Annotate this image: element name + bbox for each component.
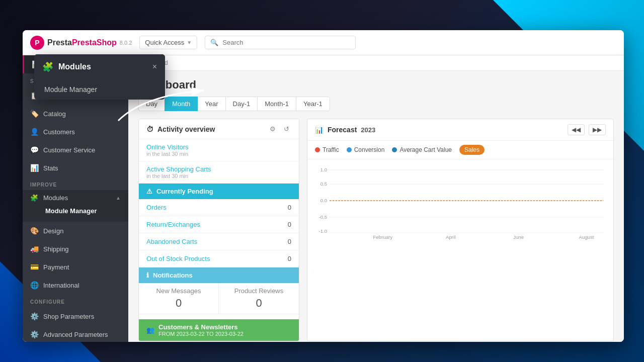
sidebar-group-modules[interactable]: 🧩 Modules ▲ Module Manager — [23, 190, 128, 222]
design-icon: 🎨 — [30, 227, 38, 235]
sidebar-item-label: Advanced Parameters — [43, 331, 108, 338]
forecast-panel: 📊 Forecast 2023 ◀◀ ▶▶ Traffic — [307, 119, 614, 341]
search-icon: 🔍 — [210, 39, 218, 46]
modules-label: Modules — [43, 194, 68, 202]
product-reviews-label: Product Reviews — [234, 287, 284, 295]
new-messages-cell: New Messages 0 — [139, 283, 219, 314]
sidebar-item-international[interactable]: 🌐 International — [23, 276, 128, 294]
pending-carts: Abandoned Carts 0 — [139, 233, 299, 250]
modules-group-header: 🧩 Modules ▲ — [30, 194, 121, 202]
search-input[interactable] — [222, 39, 350, 46]
pending-returns-value: 0 — [288, 221, 291, 228]
chart-icon: 📊 — [315, 126, 324, 134]
svg-text:-1.0: -1.0 — [318, 228, 327, 234]
modules-header-left: 🧩 Modules — [30, 194, 68, 202]
legend-conversion: Conversion — [347, 145, 385, 155]
version-badge: 8.0.2 — [120, 40, 132, 46]
pending-orders: Orders 0 — [139, 199, 299, 216]
sidebar-item-label: Payment — [43, 263, 69, 271]
logo: P PrestaPrestaShop 8.0.2 — [30, 36, 132, 50]
avg-cart-label: Average Cart Value — [399, 146, 452, 153]
next-button[interactable]: ▶▶ — [589, 124, 606, 135]
sidebar-item-catalog[interactable]: 🏷️ Catalog — [23, 105, 128, 123]
pending-returns-label: Return/Exchanges — [146, 221, 200, 228]
modules-popup-title: 🧩 Modules — [42, 61, 91, 72]
avg-cart-dot — [392, 147, 397, 152]
page-header: Dashboard — [128, 71, 624, 97]
sidebar-item-label: International — [43, 282, 79, 289]
pending-orders-value: 0 — [288, 204, 291, 211]
sidebar-item-shop-parameters[interactable]: ⚙️ Shop Parameters — [23, 307, 128, 325]
svg-text:0.0: 0.0 — [320, 198, 327, 203]
logo-text: PrestaPrestaShop — [47, 38, 117, 47]
dashboard-grid: ⏱ Activity overview ⚙ ↺ Online Visitors … — [128, 119, 624, 341]
chart-area: 1.0 0.5 0.0 -0.5 -1.0 — [307, 159, 613, 245]
svg-text:0.5: 0.5 — [320, 181, 327, 187]
pending-orders-label: Orders — [146, 204, 167, 211]
puzzle-icon: 🧩 — [42, 61, 53, 72]
sidebar-sub-module-manager[interactable]: Module Manager — [45, 204, 121, 218]
quick-access-label: Quick Access — [145, 39, 184, 46]
breadcrumb: Dashboard — [128, 55, 624, 71]
tab-year-1[interactable]: Year-1 — [296, 97, 330, 111]
online-visitors-row: Online Visitors in the last 30 min — [139, 139, 299, 161]
sidebar-item-payment[interactable]: 💳 Payment — [23, 258, 128, 276]
tab-day-1[interactable]: Day-1 — [225, 97, 258, 111]
sidebar-item-label: Customer Service — [43, 146, 95, 154]
chevron-up-icon: ▲ — [116, 195, 121, 201]
active-carts-label: Active Shopping Carts — [146, 165, 291, 173]
international-icon: 🌐 — [30, 281, 38, 289]
legend-avg-cart: Average Cart Value — [392, 145, 452, 155]
pending-carts-value: 0 — [288, 238, 291, 245]
legend-traffic: Traffic — [315, 145, 339, 155]
svg-text:-0.5: -0.5 — [318, 214, 327, 220]
online-visitors-label: Online Visitors — [146, 143, 291, 151]
pending-icon: ⚠ — [146, 188, 152, 195]
modules-submenu: Module Manager — [30, 202, 121, 218]
modules-popup: 🧩 Modules × Module Manager — [34, 54, 165, 100]
modules-popup-module-manager[interactable]: Module Manager — [34, 79, 165, 100]
tab-year[interactable]: Year — [197, 97, 225, 111]
sidebar-item-label: Shipping — [43, 245, 69, 253]
logo-icon: P — [30, 36, 44, 50]
activity-overview-panel: ⏱ Activity overview ⚙ ↺ Online Visitors … — [138, 119, 299, 341]
svg-text:April: April — [446, 234, 455, 240]
new-messages-value: 0 — [146, 297, 211, 310]
settings-button[interactable]: ⚙ — [268, 124, 278, 134]
svg-text:August: August — [579, 234, 594, 240]
sidebar-item-label: Catalog — [43, 110, 66, 118]
pending-stock-value: 0 — [288, 255, 291, 262]
sidebar-item-design[interactable]: 🎨 Design — [23, 222, 128, 240]
tab-month[interactable]: Month — [165, 97, 198, 111]
sidebar-section-configure: CONFIGURE — [23, 294, 128, 307]
sales-legend-btn[interactable]: Sales — [459, 145, 485, 155]
refresh-button[interactable]: ↺ — [282, 124, 291, 134]
active-carts-row: Active Shopping Carts in the last 30 min — [139, 161, 299, 184]
modules-icon: 🧩 — [30, 194, 38, 202]
sidebar-item-customer-service[interactable]: 💬 Customer Service — [23, 141, 128, 159]
forecast-title: 📊 Forecast 2023 — [315, 126, 375, 134]
sidebar-item-label: Stats — [43, 164, 58, 172]
stats-icon: 📊 — [30, 164, 38, 172]
sidebar-item-label: Design — [43, 227, 63, 235]
online-visitors-sub: in the last 30 min — [146, 151, 291, 157]
search-bar: 🔍 — [205, 36, 356, 49]
sidebar-item-customers[interactable]: 👤 Customers — [23, 123, 128, 141]
notifications-grid: New Messages 0 Product Reviews 0 — [139, 283, 299, 314]
svg-text:June: June — [513, 234, 524, 240]
pending-stock: Out of Stock Products 0 — [139, 250, 299, 267]
prev-button[interactable]: ◀◀ — [568, 124, 585, 135]
close-popup-button[interactable]: × — [152, 62, 157, 71]
sidebar-item-shipping[interactable]: 🚚 Shipping — [23, 240, 128, 258]
tab-month-1[interactable]: Month-1 — [257, 97, 296, 111]
payment-icon: 💳 — [30, 263, 38, 271]
quick-access-button[interactable]: Quick Access ▼ — [139, 36, 197, 49]
topbar: P PrestaPrestaShop 8.0.2 Quick Access ▼ … — [23, 30, 624, 55]
info-icon: ℹ — [146, 272, 149, 279]
conversion-dot — [347, 147, 352, 152]
pending-returns: Return/Exchanges 0 — [139, 216, 299, 233]
users-icon: 👥 — [146, 326, 154, 334]
sidebar-item-advanced-parameters[interactable]: ⚙️ Advanced Parameters — [23, 325, 128, 342]
sidebar-item-stats[interactable]: 📊 Stats — [23, 159, 128, 177]
sidebar-item-label: Customers — [43, 128, 75, 136]
